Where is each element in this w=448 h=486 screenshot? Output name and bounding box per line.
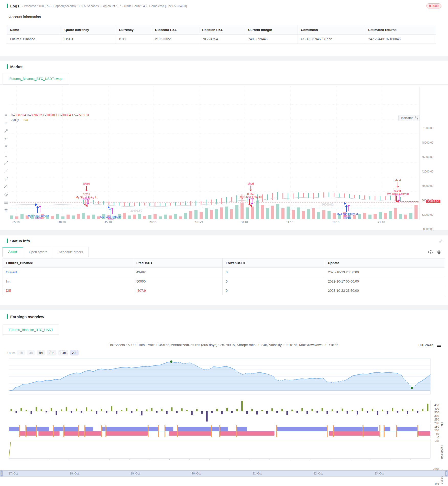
period-axis-name: Period P&L: [441, 445, 444, 460]
col-quote-currency: Quote currency: [61, 25, 116, 35]
cell-closeout-pnl: 210.93322: [152, 35, 199, 44]
col-closeout-pnl: Closeout P&L: [152, 25, 199, 35]
free-usdt-value: -507.9: [133, 286, 223, 295]
cell-comission: USDT:33.946858772: [298, 35, 365, 44]
volpos-axis-tick: -0.6: [431, 482, 439, 485]
cell-position-pnl: 70.724754: [199, 35, 245, 44]
status-info-section: Status info Asset Open orders Schedule o…: [0, 235, 448, 305]
price-axis-label: 36000.00: [422, 199, 433, 202]
market-chart[interactable]: O=30878.4 H=30963.2 L=30818.1 C=30864.1 …: [0, 84, 448, 230]
frozen-usdt-value: 0: [223, 277, 325, 286]
col-currency: Currency: [116, 25, 152, 35]
frozen-usdt-value: 0: [223, 286, 325, 295]
row-label: Current: [3, 268, 133, 277]
pnl-axis-tick: 300: [431, 414, 439, 417]
status-expand-icon[interactable]: [439, 239, 443, 243]
cell-currency: BTC: [116, 35, 152, 44]
navigator-left-handle[interactable]: [1, 470, 3, 477]
cell-quote-currency: USDT: [61, 35, 116, 44]
navigator-date-label: 17. Oct: [9, 472, 18, 475]
cell-estimated-returns: 247.29443197100045: [365, 35, 436, 44]
logs-title: Logs: [10, 4, 19, 8]
col-name: Name: [7, 25, 61, 35]
market-chart-canvas[interactable]: [0, 61, 443, 230]
tab-schedule-orders[interactable]: Schedule orders: [53, 247, 89, 257]
time-axis-label: 16:10: [332, 221, 340, 224]
earnings-section: Earnings overview Futures_Binance_BTC_US…: [0, 310, 448, 486]
price-axis-label: 39000.00: [422, 184, 433, 187]
pnl-axis-tick: 150: [431, 425, 439, 428]
navigator-date-label: 19. Oct: [131, 472, 140, 475]
col-position-pnl: Position P&L: [199, 25, 245, 35]
navigator-date-label: 20. Oct: [192, 472, 201, 475]
price-axis-label: 51000.00: [422, 126, 433, 129]
time-axis-label: 20:10: [149, 221, 157, 224]
tab-open-orders[interactable]: Open orders: [23, 247, 53, 257]
pnl-axis-tick: 450: [431, 404, 439, 407]
navigator-date-label: 23. Oct: [375, 472, 384, 475]
time-axis-label: 21:10: [378, 221, 385, 224]
col-current-margin: Current margin: [245, 25, 298, 35]
frozen-usdt-value: 0: [223, 268, 325, 277]
price-axis-label: 48000.00: [422, 141, 433, 144]
logs-section: Logs - Progress : 100.0 % - Elapsed(seco…: [0, 0, 448, 56]
market-section: Market Futures_Binance_BTC_USDT:swap O=3…: [0, 61, 448, 230]
section-accent-bar: [7, 239, 8, 243]
time-axis-label: 10−23: [195, 221, 203, 224]
asset-row-diff: Diff -507.9 0 2023-10-23 23:50:00: [3, 286, 445, 295]
time-axis-label: 15:10: [105, 221, 112, 224]
row-label: Diff: [3, 286, 133, 295]
account-info-table: Name Quote currency Currency Closeout P&…: [7, 25, 436, 44]
asset-row-current: Current 49492 0 2023-10-23 23:50:00: [3, 268, 445, 277]
cell-current-margin: 749.6899446: [245, 35, 298, 44]
col-estimated-returns: Estimated returns: [365, 25, 436, 35]
cell-name: Futures_Binance: [7, 35, 61, 44]
time-axis-label: 11:10: [286, 221, 293, 224]
update-value: 2023-10-23 23:50:00: [325, 286, 445, 295]
settings-gear-icon[interactable]: [437, 250, 441, 254]
time-axis-label: 10:10: [59, 221, 66, 224]
free-usdt-value: 50000: [133, 277, 223, 286]
col-frozen-usdt: FrozenUSDT: [223, 258, 325, 268]
free-usdt-value: 49492: [133, 268, 223, 277]
pnl-axis-tick: 200: [431, 422, 439, 425]
price-axis-label: 33000.00: [422, 213, 433, 216]
earnings-chart-canvas[interactable]: [0, 310, 443, 486]
col-update: Update: [325, 258, 445, 268]
pnl-axis-name: PnL: [441, 422, 444, 427]
col-comission: Comission: [298, 25, 365, 35]
pnl-axis-tick: 50: [431, 432, 439, 435]
entry-price-note: = 29606.60: [128, 209, 142, 212]
range-navigator[interactable]: 17. Oct18. Oct19. Oct20. Oct21. Oct22. O…: [0, 470, 448, 477]
pnl-axis-tick: 0: [431, 436, 439, 439]
asset-row-init: Init 50000 0 2023-10-17 00:00:00: [3, 277, 445, 286]
time-axis-label: 05:10: [13, 221, 20, 224]
time-axis-label: 06:10: [241, 221, 248, 224]
price-badge: 0.0000: [426, 3, 441, 8]
price-axis-label: 45000.00: [422, 155, 433, 158]
cloud-download-icon[interactable]: [428, 250, 433, 254]
update-value: 2023-10-17 00:00:00: [325, 277, 445, 286]
price-axis-label: 42000.00: [422, 170, 433, 173]
section-accent-bar: [7, 4, 8, 8]
pnl-axis-tick: -50: [431, 439, 439, 442]
account-row: Futures_Binance USDT BTC 210.93322 70.72…: [7, 35, 436, 44]
col-free-usdt: FreeUSDT: [133, 258, 223, 268]
entry-price-note: = 30000.00: [319, 203, 333, 206]
navigator-date-label: 18. Oct: [70, 472, 79, 475]
pnl-axis-tick: 400: [431, 407, 439, 410]
status-tabs: Asset Open orders Schedule orders: [3, 247, 89, 257]
asset-table: Futures_Binance FreeUSDT FrozenUSDT Upda…: [3, 258, 445, 295]
tab-asset[interactable]: Asset: [2, 247, 23, 257]
pnl-axis-tick: 250: [431, 418, 439, 421]
earnings-chart[interactable]: [0, 357, 448, 486]
price-axis-label: 30000.00: [422, 228, 433, 231]
pnl-axis-tick: 350: [431, 411, 439, 414]
navigator-date-label: 21. Oct: [253, 472, 261, 475]
navigator-right-handle[interactable]: [445, 470, 447, 477]
account-info-heading: Account information: [9, 15, 41, 19]
status-title: Status info: [10, 239, 30, 243]
pnl-axis-tick: 100: [431, 429, 439, 432]
update-value: 2023-10-23 23:50:00: [325, 268, 445, 277]
logs-progress-summary: - Progress : 100.0 % - Elapsed(second) :…: [22, 4, 187, 8]
